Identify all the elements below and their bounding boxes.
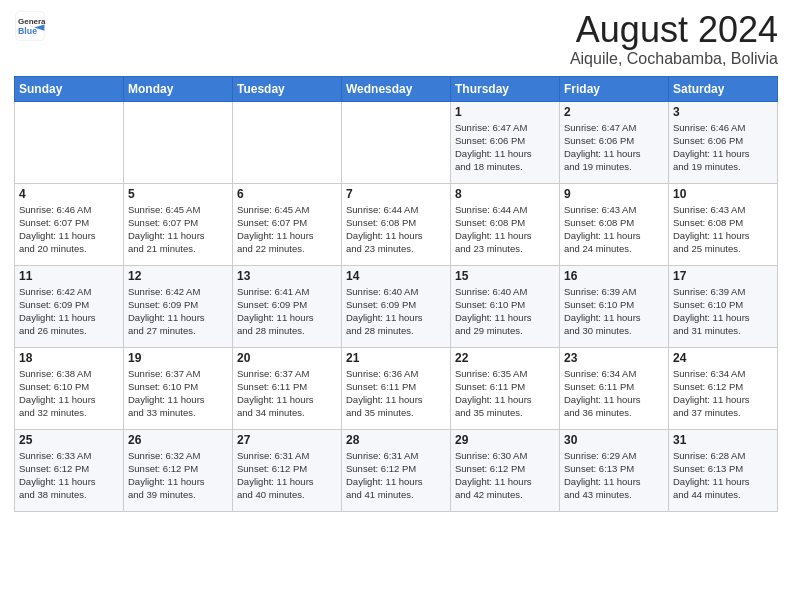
day-number: 29	[455, 433, 555, 447]
page: General Blue August 2024 Aiquile, Cochab…	[0, 0, 792, 612]
day-info: Sunrise: 6:37 AM Sunset: 6:11 PM Dayligh…	[237, 367, 337, 420]
day-info: Sunrise: 6:30 AM Sunset: 6:12 PM Dayligh…	[455, 449, 555, 502]
calendar-cell: 10Sunrise: 6:43 AM Sunset: 6:08 PM Dayli…	[669, 183, 778, 265]
calendar-cell: 17Sunrise: 6:39 AM Sunset: 6:10 PM Dayli…	[669, 265, 778, 347]
day-info: Sunrise: 6:43 AM Sunset: 6:08 PM Dayligh…	[673, 203, 773, 256]
calendar-cell: 24Sunrise: 6:34 AM Sunset: 6:12 PM Dayli…	[669, 347, 778, 429]
calendar-cell: 26Sunrise: 6:32 AM Sunset: 6:12 PM Dayli…	[124, 429, 233, 511]
weekday-header-thursday: Thursday	[451, 76, 560, 101]
calendar-week-2: 4Sunrise: 6:46 AM Sunset: 6:07 PM Daylig…	[15, 183, 778, 265]
day-number: 30	[564, 433, 664, 447]
day-number: 18	[19, 351, 119, 365]
day-info: Sunrise: 6:34 AM Sunset: 6:12 PM Dayligh…	[673, 367, 773, 420]
day-info: Sunrise: 6:40 AM Sunset: 6:09 PM Dayligh…	[346, 285, 446, 338]
calendar-cell: 30Sunrise: 6:29 AM Sunset: 6:13 PM Dayli…	[560, 429, 669, 511]
calendar-cell: 13Sunrise: 6:41 AM Sunset: 6:09 PM Dayli…	[233, 265, 342, 347]
calendar-cell: 31Sunrise: 6:28 AM Sunset: 6:13 PM Dayli…	[669, 429, 778, 511]
svg-text:General: General	[18, 17, 46, 26]
svg-text:Blue: Blue	[18, 26, 37, 36]
calendar-cell: 22Sunrise: 6:35 AM Sunset: 6:11 PM Dayli…	[451, 347, 560, 429]
day-number: 11	[19, 269, 119, 283]
calendar-cell: 1Sunrise: 6:47 AM Sunset: 6:06 PM Daylig…	[451, 101, 560, 183]
day-number: 15	[455, 269, 555, 283]
calendar-cell: 12Sunrise: 6:42 AM Sunset: 6:09 PM Dayli…	[124, 265, 233, 347]
calendar-cell	[342, 101, 451, 183]
calendar-cell: 14Sunrise: 6:40 AM Sunset: 6:09 PM Dayli…	[342, 265, 451, 347]
calendar-cell: 11Sunrise: 6:42 AM Sunset: 6:09 PM Dayli…	[15, 265, 124, 347]
day-number: 14	[346, 269, 446, 283]
header: General Blue August 2024 Aiquile, Cochab…	[14, 10, 778, 68]
day-info: Sunrise: 6:43 AM Sunset: 6:08 PM Dayligh…	[564, 203, 664, 256]
day-info: Sunrise: 6:35 AM Sunset: 6:11 PM Dayligh…	[455, 367, 555, 420]
calendar-cell	[233, 101, 342, 183]
logo-icon: General Blue	[14, 10, 46, 42]
calendar-cell	[124, 101, 233, 183]
day-number: 24	[673, 351, 773, 365]
day-number: 5	[128, 187, 228, 201]
weekday-row: SundayMondayTuesdayWednesdayThursdayFrid…	[15, 76, 778, 101]
day-number: 6	[237, 187, 337, 201]
day-info: Sunrise: 6:42 AM Sunset: 6:09 PM Dayligh…	[19, 285, 119, 338]
calendar-cell: 20Sunrise: 6:37 AM Sunset: 6:11 PM Dayli…	[233, 347, 342, 429]
weekday-header-tuesday: Tuesday	[233, 76, 342, 101]
day-number: 27	[237, 433, 337, 447]
day-info: Sunrise: 6:44 AM Sunset: 6:08 PM Dayligh…	[346, 203, 446, 256]
calendar-week-5: 25Sunrise: 6:33 AM Sunset: 6:12 PM Dayli…	[15, 429, 778, 511]
day-info: Sunrise: 6:34 AM Sunset: 6:11 PM Dayligh…	[564, 367, 664, 420]
day-number: 4	[19, 187, 119, 201]
day-number: 28	[346, 433, 446, 447]
day-info: Sunrise: 6:37 AM Sunset: 6:10 PM Dayligh…	[128, 367, 228, 420]
day-number: 20	[237, 351, 337, 365]
calendar-cell: 29Sunrise: 6:30 AM Sunset: 6:12 PM Dayli…	[451, 429, 560, 511]
day-info: Sunrise: 6:39 AM Sunset: 6:10 PM Dayligh…	[673, 285, 773, 338]
calendar-cell: 3Sunrise: 6:46 AM Sunset: 6:06 PM Daylig…	[669, 101, 778, 183]
day-info: Sunrise: 6:45 AM Sunset: 6:07 PM Dayligh…	[128, 203, 228, 256]
day-info: Sunrise: 6:36 AM Sunset: 6:11 PM Dayligh…	[346, 367, 446, 420]
calendar-week-4: 18Sunrise: 6:38 AM Sunset: 6:10 PM Dayli…	[15, 347, 778, 429]
day-number: 25	[19, 433, 119, 447]
day-info: Sunrise: 6:31 AM Sunset: 6:12 PM Dayligh…	[346, 449, 446, 502]
calendar-cell: 4Sunrise: 6:46 AM Sunset: 6:07 PM Daylig…	[15, 183, 124, 265]
weekday-header-saturday: Saturday	[669, 76, 778, 101]
day-info: Sunrise: 6:42 AM Sunset: 6:09 PM Dayligh…	[128, 285, 228, 338]
calendar-week-1: 1Sunrise: 6:47 AM Sunset: 6:06 PM Daylig…	[15, 101, 778, 183]
day-number: 2	[564, 105, 664, 119]
calendar-cell: 27Sunrise: 6:31 AM Sunset: 6:12 PM Dayli…	[233, 429, 342, 511]
day-number: 7	[346, 187, 446, 201]
day-number: 19	[128, 351, 228, 365]
calendar-week-3: 11Sunrise: 6:42 AM Sunset: 6:09 PM Dayli…	[15, 265, 778, 347]
calendar-cell: 5Sunrise: 6:45 AM Sunset: 6:07 PM Daylig…	[124, 183, 233, 265]
calendar-cell: 18Sunrise: 6:38 AM Sunset: 6:10 PM Dayli…	[15, 347, 124, 429]
day-info: Sunrise: 6:28 AM Sunset: 6:13 PM Dayligh…	[673, 449, 773, 502]
day-number: 22	[455, 351, 555, 365]
day-number: 10	[673, 187, 773, 201]
day-number: 26	[128, 433, 228, 447]
calendar-cell: 7Sunrise: 6:44 AM Sunset: 6:08 PM Daylig…	[342, 183, 451, 265]
weekday-header-monday: Monday	[124, 76, 233, 101]
day-number: 13	[237, 269, 337, 283]
day-info: Sunrise: 6:31 AM Sunset: 6:12 PM Dayligh…	[237, 449, 337, 502]
weekday-header-wednesday: Wednesday	[342, 76, 451, 101]
day-number: 31	[673, 433, 773, 447]
day-info: Sunrise: 6:44 AM Sunset: 6:08 PM Dayligh…	[455, 203, 555, 256]
calendar-cell: 8Sunrise: 6:44 AM Sunset: 6:08 PM Daylig…	[451, 183, 560, 265]
location-subtitle: Aiquile, Cochabamba, Bolivia	[570, 50, 778, 68]
calendar-cell: 23Sunrise: 6:34 AM Sunset: 6:11 PM Dayli…	[560, 347, 669, 429]
day-number: 9	[564, 187, 664, 201]
calendar-cell: 28Sunrise: 6:31 AM Sunset: 6:12 PM Dayli…	[342, 429, 451, 511]
calendar-cell	[15, 101, 124, 183]
day-number: 21	[346, 351, 446, 365]
day-number: 12	[128, 269, 228, 283]
calendar-cell: 21Sunrise: 6:36 AM Sunset: 6:11 PM Dayli…	[342, 347, 451, 429]
day-info: Sunrise: 6:46 AM Sunset: 6:06 PM Dayligh…	[673, 121, 773, 174]
day-info: Sunrise: 6:29 AM Sunset: 6:13 PM Dayligh…	[564, 449, 664, 502]
day-info: Sunrise: 6:45 AM Sunset: 6:07 PM Dayligh…	[237, 203, 337, 256]
day-info: Sunrise: 6:33 AM Sunset: 6:12 PM Dayligh…	[19, 449, 119, 502]
calendar-body: 1Sunrise: 6:47 AM Sunset: 6:06 PM Daylig…	[15, 101, 778, 511]
weekday-header-friday: Friday	[560, 76, 669, 101]
day-info: Sunrise: 6:41 AM Sunset: 6:09 PM Dayligh…	[237, 285, 337, 338]
calendar-header: SundayMondayTuesdayWednesdayThursdayFrid…	[15, 76, 778, 101]
day-info: Sunrise: 6:47 AM Sunset: 6:06 PM Dayligh…	[455, 121, 555, 174]
day-info: Sunrise: 6:46 AM Sunset: 6:07 PM Dayligh…	[19, 203, 119, 256]
calendar-table: SundayMondayTuesdayWednesdayThursdayFrid…	[14, 76, 778, 512]
